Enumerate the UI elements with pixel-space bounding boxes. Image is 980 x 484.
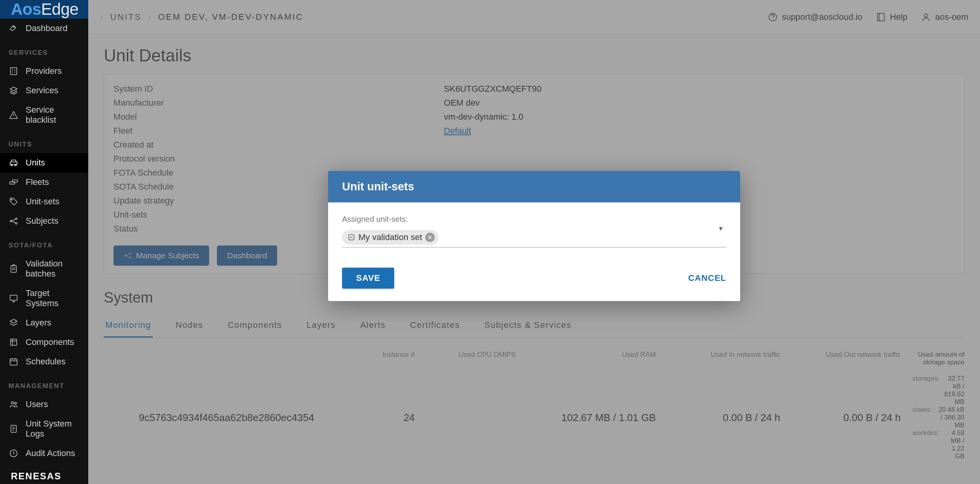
- tag-icon: [348, 233, 355, 241]
- sidebar-label: Unit System Logs: [26, 419, 80, 439]
- modal-overlay[interactable]: Unit unit-sets Assigned unit-sets: My va…: [88, 0, 980, 484]
- sidebar-label: Validation batches: [26, 259, 80, 279]
- sidebar-item-users[interactable]: Users: [0, 395, 88, 414]
- dropdown-caret-icon[interactable]: ▼: [718, 225, 724, 232]
- sidebar-header-units: UNITS: [0, 130, 88, 153]
- sidebar-header-services: SERVICES: [0, 38, 88, 61]
- sidebar-item-units[interactable]: Units: [0, 153, 88, 172]
- svg-point-8: [10, 220, 12, 222]
- sidebar-item-providers[interactable]: Providers: [0, 61, 88, 81]
- sidebar-label: Services: [26, 85, 58, 96]
- cancel-button[interactable]: CANCEL: [688, 268, 726, 289]
- monitor-icon: [9, 293, 19, 303]
- chip-remove-button[interactable]: ✕: [425, 233, 435, 242]
- sidebar-item-targets[interactable]: Target Systems: [0, 284, 88, 313]
- warning-icon: [9, 110, 19, 120]
- network-icon: [9, 216, 19, 226]
- sidebar-label: Providers: [26, 66, 62, 76]
- svg-point-4: [15, 164, 16, 166]
- sidebar-label: Units: [26, 158, 45, 168]
- brand-logo[interactable]: AosEdge: [0, 0, 88, 19]
- svg-rect-1: [10, 68, 17, 75]
- package-icon: [9, 337, 19, 347]
- sidebar-label: Audit Actions: [26, 448, 75, 458]
- sidebar-label: Target Systems: [26, 288, 80, 308]
- sidebar-item-fleets[interactable]: Fleets: [0, 172, 88, 192]
- sidebar-label: Fleets: [26, 177, 49, 187]
- svg-rect-12: [10, 295, 17, 300]
- svg-rect-11: [11, 266, 16, 272]
- car-icon: [9, 158, 19, 168]
- building-icon: [9, 66, 19, 76]
- stack-icon: [9, 85, 19, 96]
- sidebar-item-blacklist[interactable]: Service blacklist: [0, 100, 88, 130]
- chip-label: My validation set: [358, 232, 422, 242]
- footer-logo: RENESAS: [0, 463, 88, 484]
- sidebar-label: Schedules: [26, 357, 66, 367]
- svg-point-3: [11, 164, 12, 166]
- sidebar-item-components[interactable]: Components: [0, 333, 88, 352]
- sidebar-header-mgmt: MANAGEMENT: [0, 371, 88, 395]
- layers-icon: [9, 318, 19, 328]
- svg-point-16: [15, 402, 17, 404]
- cars-icon: [9, 177, 19, 187]
- users-icon: [9, 399, 19, 409]
- sidebar-item-validation[interactable]: Validation batches: [0, 254, 88, 284]
- svg-point-0: [14, 26, 15, 28]
- svg-point-10: [16, 223, 17, 224]
- svg-point-7: [11, 199, 12, 200]
- sidebar-item-unitsets[interactable]: Unit-sets: [0, 192, 88, 211]
- unit-sets-select[interactable]: My validation set ✕ ▼: [342, 228, 726, 247]
- sidebar-item-syslogs[interactable]: Unit System Logs: [0, 414, 88, 444]
- sidebar-label: Components: [26, 337, 74, 347]
- modal-title: Unit unit-sets: [328, 171, 740, 202]
- sidebar-label: Layers: [26, 318, 51, 328]
- sidebar-item-dashboard[interactable]: Dashboard: [0, 19, 88, 38]
- rocket-icon: [9, 23, 19, 33]
- document-icon: [9, 424, 19, 434]
- clipboard-icon: [9, 264, 19, 274]
- sidebar-label: Service blacklist: [26, 105, 80, 125]
- calendar-icon: [9, 357, 19, 367]
- sidebar-header-sota: SOTA/FOTA: [0, 231, 88, 254]
- sidebar-item-audit[interactable]: Audit Actions: [0, 444, 88, 463]
- sidebar-label: Users: [26, 399, 48, 409]
- svg-point-15: [11, 402, 14, 404]
- sidebar-label: Subjects: [26, 216, 58, 226]
- sidebar-label: Dashboard: [26, 23, 68, 33]
- sidebar-item-schedules[interactable]: Schedules: [0, 352, 88, 371]
- sidebar: AosEdge Dashboard SERVICES Providers Ser…: [0, 0, 88, 484]
- tag-icon: [9, 197, 19, 207]
- unit-sets-modal: Unit unit-sets Assigned unit-sets: My va…: [328, 171, 740, 301]
- svg-rect-13: [10, 339, 17, 345]
- sidebar-item-subjects[interactable]: Subjects: [0, 211, 88, 231]
- sidebar-item-layers[interactable]: Layers: [0, 313, 88, 333]
- field-label-assigned: Assigned unit-sets:: [342, 215, 726, 224]
- chip-validation-set: My validation set ✕: [342, 230, 438, 245]
- sidebar-label: Unit-sets: [26, 197, 59, 207]
- history-icon: [9, 448, 19, 458]
- svg-rect-14: [10, 359, 17, 365]
- sidebar-item-services[interactable]: Services: [0, 81, 88, 100]
- save-button[interactable]: SAVE: [342, 268, 394, 289]
- svg-point-9: [16, 218, 17, 219]
